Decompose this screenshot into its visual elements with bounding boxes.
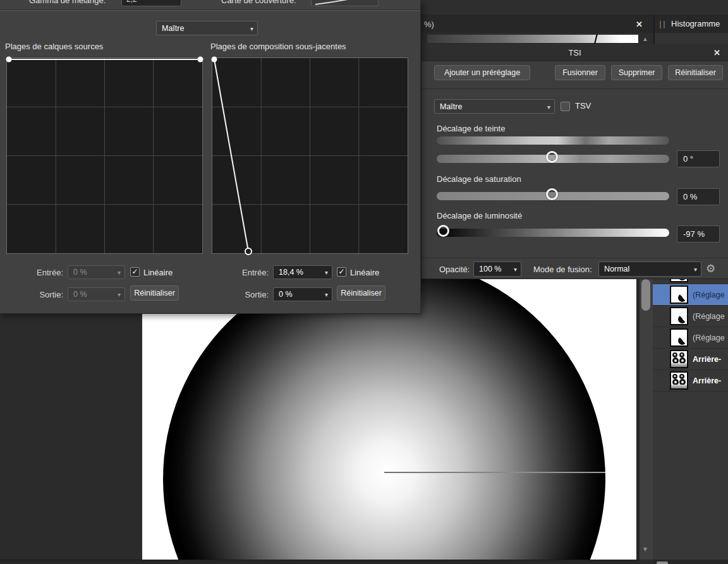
top-panel-bar: %) ✕ Histogramme ▲ <box>421 0 728 44</box>
opacity-select[interactable]: 100 % ▾ <box>473 261 521 277</box>
underlying-reset-button[interactable]: Réinitialiser <box>337 285 385 301</box>
delete-button[interactable]: Supprimer <box>611 65 662 80</box>
clipped-panel-title: %) <box>424 20 434 29</box>
add-preset-button[interactable]: Ajouter un préréglage <box>434 65 530 80</box>
graph-grid <box>7 58 202 253</box>
thumb-gradient <box>671 363 687 367</box>
blend-mode-label: Mode de fusion: <box>533 265 592 274</box>
layer-row[interactable]: Arrière- <box>653 349 728 370</box>
curve-point-handle[interactable] <box>6 57 12 63</box>
hue-slider-handle[interactable] <box>546 151 558 163</box>
adjustment-icon <box>678 337 686 345</box>
pixel-layer-thumbnail[interactable] <box>670 371 688 390</box>
layer-row-partial[interactable] <box>653 279 728 284</box>
luminosity-shift-slider[interactable] <box>437 229 669 237</box>
separator <box>422 88 728 89</box>
underlying-input-select[interactable]: 18,4 % ▾ <box>273 265 332 279</box>
source-output-value: 0 % <box>73 290 87 299</box>
luminosity-shift-label: Décalage de luminosité <box>437 211 522 220</box>
hue-reference-strip <box>437 136 669 145</box>
saturation-slider-handle[interactable] <box>546 188 558 200</box>
tsi-panel-titlebar[interactable]: TSI ✕ <box>422 44 728 61</box>
curve-point-handle[interactable] <box>198 57 203 63</box>
source-graph-title: Plages de calques sources <box>5 42 103 51</box>
scroll-up-icon[interactable]: ▲ <box>642 36 648 42</box>
luminosity-value-input[interactable]: -97 % <box>677 225 720 243</box>
layer-row[interactable]: (Réglage <box>653 306 728 327</box>
horizontal-scrollbar-track[interactable] <box>0 560 640 564</box>
tsv-checkbox[interactable] <box>561 102 570 111</box>
merge-button[interactable]: Fusionner <box>555 65 605 80</box>
source-ranges-graph[interactable] <box>6 57 203 254</box>
luminosity-slider-handle[interactable] <box>437 225 449 237</box>
underlying-output-select[interactable]: 0 % ▾ <box>273 287 332 301</box>
layer-row-selected[interactable]: (Réglage <box>653 284 728 306</box>
opacity-value: 100 % <box>479 265 501 273</box>
layer-label: (Réglage <box>693 333 725 342</box>
layers-panel: (Réglage (Réglage (Réglage Arrière- <box>653 279 728 560</box>
underlying-input-value: 18,4 % <box>279 268 303 277</box>
dialog-clipped-toprow: Gamma de mélange: 2,2 Carte de couvertur… <box>0 0 420 8</box>
app-window: ▼ (Réglage (Réglage (Réglage A <box>0 0 728 564</box>
selected-channel: Maître <box>440 102 462 111</box>
curve-point-handle-selected[interactable] <box>245 248 252 255</box>
footer-button-partial[interactable] <box>657 561 668 564</box>
vertical-scrollbar-track[interactable] <box>640 279 653 560</box>
linear-checkbox[interactable]: ✓ <box>337 267 346 277</box>
adjustment-layer-thumbnail[interactable] <box>670 285 688 304</box>
source-input-select[interactable]: 0 % ▾ <box>68 265 125 279</box>
blend-gamma-label: Gamma de mélange: <box>29 0 106 5</box>
layer-label: Arrière- <box>693 355 721 364</box>
gear-icon[interactable]: ⚙ <box>706 262 715 276</box>
chevron-down-icon: ▾ <box>118 269 121 276</box>
adjustment-layer-thumbnail[interactable] <box>670 279 688 282</box>
layer-row[interactable]: (Réglage <box>653 327 728 349</box>
channel-select[interactable]: Maître ▾ <box>434 99 555 114</box>
coverage-curve-icon <box>312 0 378 6</box>
blend-mode-select[interactable]: Normal ▾ <box>598 261 701 277</box>
input-label: Entrée: <box>224 268 269 277</box>
saturation-value-input[interactable]: 0 % <box>677 188 720 205</box>
source-output-select[interactable]: 0 % ▾ <box>68 287 125 301</box>
underlying-curve-plot <box>212 58 408 253</box>
layer-label: Arrière- <box>693 376 721 385</box>
close-icon[interactable]: ✕ <box>713 48 720 57</box>
linear-label: Linéaire <box>143 268 173 277</box>
linear-checkbox[interactable]: ✓ <box>130 267 140 277</box>
scroll-down-icon[interactable]: ▼ <box>642 546 648 553</box>
thumb-sphere <box>679 352 684 357</box>
selected-channel: Maître <box>162 24 184 33</box>
vertical-scrollbar-thumb[interactable] <box>641 279 650 311</box>
panel-header-strip <box>421 0 728 15</box>
tab-histogramme[interactable]: Histogramme <box>655 15 728 33</box>
coverage-map-button[interactable] <box>311 0 379 6</box>
input-label: Entrée: <box>19 268 63 277</box>
source-input-value: 0 % <box>73 268 87 277</box>
hue-shift-label: Décalage de teinte <box>437 124 505 133</box>
levels-gradient-strip <box>427 35 638 43</box>
output-label: Sortie: <box>19 290 63 299</box>
tab-label: Histogramme <box>671 19 720 28</box>
document-canvas[interactable] <box>142 279 636 560</box>
pixel-layer-thumbnail[interactable] <box>670 350 688 368</box>
adjustment-icon <box>678 315 686 323</box>
reset-button[interactable]: Réinitialiser <box>668 65 723 80</box>
curve-point-handle[interactable] <box>212 57 217 63</box>
close-icon[interactable]: ✕ <box>636 20 643 29</box>
separator <box>422 258 728 258</box>
opacity-label: Opacité: <box>439 265 470 274</box>
blend-channel-select[interactable]: Maître ▾ <box>156 21 258 35</box>
layer-row[interactable]: Arrière- <box>653 370 728 392</box>
underlying-ranges-graph[interactable] <box>212 57 408 254</box>
gradient-radius-line <box>384 472 605 473</box>
thumb-sphere <box>672 352 677 357</box>
chevron-down-icon: ▾ <box>118 291 121 298</box>
adjustment-layer-thumbnail[interactable] <box>670 307 688 325</box>
adjustment-layer-thumbnail[interactable] <box>670 328 688 347</box>
source-reset-button[interactable]: Réinitialiser <box>130 285 179 301</box>
output-label: Sortie: <box>224 290 269 299</box>
hue-value-input[interactable]: 0 ° <box>677 150 720 167</box>
blend-gamma-input[interactable]: 2,2 <box>121 0 181 6</box>
layer-label: (Réglage <box>693 312 725 321</box>
chevron-down-icon: ▾ <box>250 25 253 32</box>
